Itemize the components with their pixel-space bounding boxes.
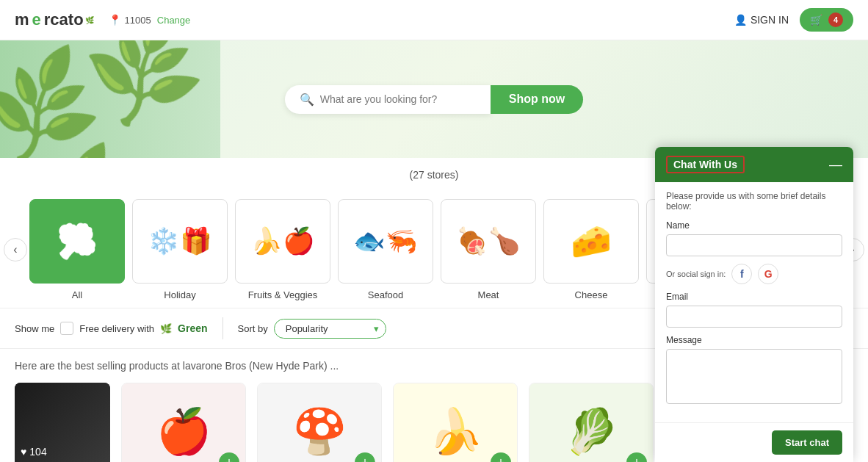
category-label-all: All (72, 289, 82, 300)
free-delivery-label: Free delivery with (79, 323, 154, 334)
category-icon-seafood: 🐟🦐 (338, 199, 433, 284)
change-location-link[interactable]: Change (157, 15, 191, 26)
leaf-icon: 🌿 (160, 323, 172, 334)
sort-select[interactable]: Popularity Price: Low to High Price: Hig… (274, 319, 386, 339)
facebook-signin-button[interactable]: f (731, 264, 752, 284)
add-apples-button[interactable]: + (219, 452, 239, 462)
asparagus-graphic: 🌿🌿🌿 (0, 40, 220, 158)
apples-icon: 🍎 (156, 405, 211, 458)
logo: mercato 🌿 (15, 10, 94, 29)
cart-count: 4 (828, 12, 843, 27)
product-card-mushrooms: 🍄 + (257, 383, 382, 462)
category-item-fruits[interactable]: 🍌🍎 Fruits & Veggies (235, 199, 330, 300)
category-item-holiday[interactable]: ❄️🎁 Holiday (132, 199, 228, 300)
category-item-all[interactable]: 🥦 All (29, 199, 125, 300)
sign-in-label: SIGN IN (751, 14, 789, 26)
green-label: Green (178, 322, 207, 334)
hero-bg-left: 🌿🌿🌿 (0, 40, 220, 158)
category-icon-holiday: ❄️🎁 (132, 199, 228, 284)
sort-section: Sort by Popularity Price: Low to High Pr… (238, 319, 386, 339)
sort-wrapper: Popularity Price: Low to High Price: Hig… (274, 319, 386, 339)
chat-footer: Start chat (655, 422, 853, 462)
chat-body: Please provide us with some brief detail… (655, 182, 853, 422)
product-image-mushrooms: 🍄 + (258, 383, 381, 462)
google-signin-button[interactable]: G (758, 264, 778, 284)
chat-message-input[interactable] (666, 349, 842, 404)
cart-icon: 🛒 (810, 14, 822, 26)
filter-divider (223, 317, 223, 339)
search-box: 🔍 (285, 85, 491, 114)
category-label-fruits: Fruits & Veggies (248, 289, 318, 300)
person-icon: 👤 (734, 14, 747, 26)
product-card-bananas: 🍌 + (393, 383, 518, 462)
store-image-area: ♥ 104 (15, 383, 110, 462)
sort-by-label: Sort by (238, 323, 268, 334)
lettuce-icon: 🥬 (564, 405, 619, 458)
logo-leaf: 🌿 (85, 16, 94, 24)
shop-now-button[interactable]: Shop now (491, 85, 583, 114)
add-mushrooms-button[interactable]: + (355, 452, 375, 462)
product-image-lettuce: 🥬 + (529, 383, 653, 462)
chat-minimize-button[interactable]: — (829, 158, 842, 171)
cart-button[interactable]: 🛒 4 (800, 8, 853, 32)
social-signin-section: Or social sign in: f G (666, 264, 842, 284)
product-image-bananas: 🍌 + (394, 383, 517, 462)
products-title-text: Here are the best selling products at la… (15, 360, 339, 372)
show-me-label: Show me (15, 323, 54, 334)
header: mercato 🌿 📍 11005 Change 👤 SIGN IN 🛒 4 (0, 0, 868, 40)
add-lettuce-button[interactable]: + (626, 452, 647, 462)
show-me-section: Show me Free delivery with 🌿 Green (15, 322, 208, 335)
product-card-apples: 🍎 + (121, 383, 246, 462)
zip-code: 11005 (125, 15, 151, 26)
bananas-icon: 🍌 (428, 405, 483, 458)
chat-intro-text: Please provide us with some brief detail… (666, 191, 842, 212)
product-image-apples: 🍎 + (122, 383, 245, 462)
favorite-count: ♥ 104 (21, 446, 47, 458)
logo-dot: e (32, 10, 41, 29)
header-right: 👤 SIGN IN 🛒 4 (734, 8, 853, 32)
store-card[interactable]: ♥ 104 (New (15, 383, 110, 462)
add-bananas-button[interactable]: + (491, 452, 511, 462)
hero-search-area: 🔍 Shop now (285, 85, 583, 114)
logo-text: m (15, 10, 29, 29)
category-icon-cheese: 🧀 (543, 199, 639, 284)
category-icon-all: 🥦 (29, 199, 125, 284)
heart-icon: ♥ (21, 446, 26, 458)
category-item-meat[interactable]: 🍖🍗 Meat (441, 199, 536, 300)
category-icon-meat: 🍖🍗 (441, 199, 536, 284)
chat-name-label: Name (666, 220, 842, 231)
favorite-count-value: 104 (29, 446, 46, 458)
chat-email-label: Email (666, 292, 842, 302)
category-label-cheese: Cheese (575, 289, 608, 300)
hero-banner: 🌿🌿🌿 🔍 Shop now (0, 40, 868, 158)
product-card-lettuce: 🥬 + (529, 383, 654, 462)
location-pin-icon: 📍 (109, 14, 121, 26)
chat-message-label: Message (666, 335, 842, 345)
chat-header: Chat With Us — (655, 147, 853, 182)
chat-name-input[interactable] (666, 234, 842, 256)
sign-in-button[interactable]: 👤 SIGN IN (734, 14, 789, 26)
location-info: 📍 11005 Change (109, 14, 191, 26)
search-input[interactable] (320, 93, 476, 105)
chat-panel: Chat With Us — Please provide us with so… (655, 147, 853, 462)
category-item-seafood[interactable]: 🐟🦐 Seafood (338, 199, 433, 300)
social-signin-label: Or social sign in: (666, 270, 726, 278)
category-nav-left[interactable]: ‹ (4, 238, 27, 261)
stores-count-text: (27 stores) (410, 169, 459, 181)
chat-title: Chat With Us (666, 156, 745, 173)
start-chat-button[interactable]: Start chat (772, 430, 842, 455)
category-icon-fruits: 🍌🍎 (235, 199, 330, 284)
mushrooms-icon: 🍄 (292, 405, 347, 458)
category-label-seafood: Seafood (368, 289, 403, 300)
logo-rest: rcato (44, 10, 84, 29)
search-icon: 🔍 (300, 93, 314, 107)
category-label-meat: Meat (478, 289, 499, 300)
chat-email-input[interactable] (666, 306, 842, 328)
free-delivery-checkbox[interactable] (60, 322, 73, 335)
category-label-holiday: Holiday (164, 289, 195, 300)
category-item-cheese[interactable]: 🧀 Cheese (543, 199, 639, 300)
